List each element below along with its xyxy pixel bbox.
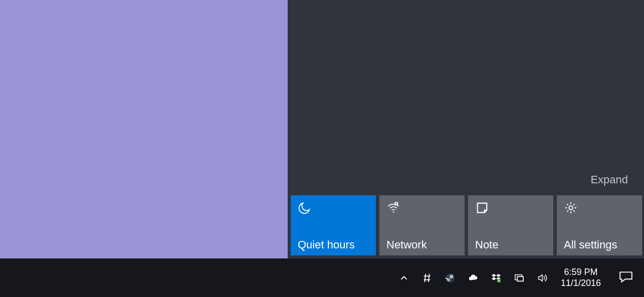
gear-icon — [564, 200, 579, 215]
desktop-background[interactable] — [0, 0, 288, 258]
svg-point-3 — [446, 273, 455, 282]
moon-icon — [298, 200, 313, 215]
wifi-icon — [386, 200, 401, 215]
quick-action-tiles: Quiet hours Network Note — [288, 195, 644, 258]
action-center-button[interactable] — [608, 258, 644, 297]
expand-link[interactable]: Expand — [590, 173, 628, 186]
tile-label: All settings — [564, 239, 636, 250]
tile-label: Note — [475, 239, 547, 250]
svg-rect-1 — [395, 203, 398, 205]
note-icon — [475, 200, 490, 215]
taskbar-date: 11/1/2016 — [561, 278, 601, 289]
notification-icon — [618, 270, 633, 285]
chevron-up-icon[interactable] — [392, 258, 415, 297]
action-center-panel: Expand Quiet hours Network — [288, 0, 644, 258]
taskbar: 6:59 PM 11/1/2016 — [0, 258, 644, 297]
steam-icon[interactable] — [439, 258, 462, 297]
tile-network[interactable]: Network — [379, 195, 465, 255]
tile-label: Network — [386, 239, 459, 250]
svg-point-7 — [497, 278, 501, 282]
tile-quiet-hours[interactable]: Quiet hours — [291, 195, 376, 255]
system-tray: 6:59 PM 11/1/2016 — [392, 258, 644, 297]
svg-point-0 — [393, 211, 394, 212]
taskbar-clock[interactable]: 6:59 PM 11/1/2016 — [554, 267, 608, 288]
tile-note[interactable]: Note — [468, 195, 553, 255]
action-center-notifications-area — [288, 0, 644, 173]
taskbar-time: 6:59 PM — [561, 267, 601, 278]
hash-icon[interactable] — [415, 258, 439, 297]
svg-point-5 — [451, 275, 452, 277]
dropbox-icon[interactable] — [485, 258, 508, 297]
svg-point-2 — [569, 206, 572, 209]
onedrive-icon[interactable] — [462, 258, 485, 297]
tile-label: Quiet hours — [298, 239, 370, 250]
monitor-icon[interactable] — [508, 258, 531, 297]
tile-all-settings[interactable]: All settings — [557, 195, 642, 255]
speaker-icon[interactable] — [531, 258, 554, 297]
svg-rect-9 — [517, 276, 523, 281]
